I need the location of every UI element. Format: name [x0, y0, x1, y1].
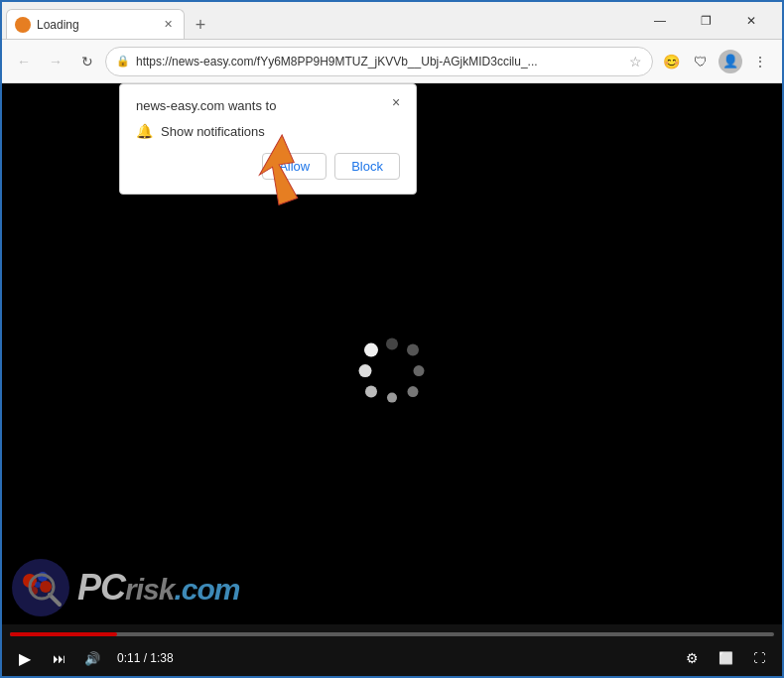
url-text: https://news-easy.com/fYy6M8PP9H9MTUZ_jK…	[136, 55, 623, 68]
spinner-container	[357, 336, 427, 409]
controls-row: ▶ ⏭ 🔊 0:11 / 1:38 ⚙ ⬜ ⛶	[10, 640, 774, 676]
popup-title: news-easy.com wants to	[136, 98, 296, 113]
progress-bar[interactable]	[10, 632, 774, 636]
svg-point-1	[386, 338, 398, 349]
svg-point-7	[359, 364, 372, 377]
profile-avatar: 👤	[719, 50, 742, 73]
block-button[interactable]: Block	[334, 153, 400, 180]
more-menu-button[interactable]: ⋮	[746, 48, 774, 75]
shield-icon-button[interactable]: 🛡	[687, 48, 715, 75]
tab-favicon	[15, 17, 31, 33]
new-tab-button[interactable]: +	[187, 11, 214, 39]
svg-point-5	[387, 392, 397, 402]
emoji-icon-button[interactable]: 😊	[657, 48, 685, 75]
navbar: ← → ↻ 🔒 https://news-easy.com/fYy6M8PP9H…	[2, 40, 782, 83]
window-controls: — ❐ ✕	[637, 6, 782, 36]
pcrisk-brand-text: PCrisk.com	[77, 570, 239, 606]
nav-right-icons: 😊 🛡 👤 ⋮	[657, 48, 774, 75]
popup-notification-text: Show notifications	[161, 124, 265, 139]
lock-icon: 🔒	[116, 55, 130, 68]
tab-label: Loading	[37, 18, 154, 32]
popup-buttons: Allow Block	[136, 153, 400, 180]
tab-area: Loading ✕ +	[2, 2, 637, 39]
miniplayer-button[interactable]: ⬜	[711, 643, 740, 673]
play-button[interactable]: ▶	[10, 643, 40, 673]
tab-close-button[interactable]: ✕	[160, 17, 176, 33]
video-controls: ▶ ⏭ 🔊 0:11 / 1:38 ⚙ ⬜ ⛶	[2, 624, 782, 676]
svg-point-3	[414, 365, 425, 376]
loading-spinner	[357, 336, 427, 405]
svg-point-2	[407, 343, 419, 355]
fullscreen-button[interactable]: ⛶	[744, 643, 774, 673]
allow-button[interactable]: Allow	[262, 153, 327, 180]
minimize-button[interactable]: —	[637, 6, 683, 36]
forward-button[interactable]: →	[42, 48, 69, 75]
active-tab[interactable]: Loading ✕	[6, 9, 185, 39]
svg-point-4	[408, 386, 419, 397]
profile-button[interactable]: 👤	[717, 48, 744, 75]
bookmark-icon[interactable]: ☆	[629, 54, 642, 69]
volume-button[interactable]: 🔊	[77, 643, 107, 673]
bell-icon: 🔔	[136, 123, 153, 139]
watermark: PCrisk.com	[12, 559, 239, 616]
svg-point-6	[365, 385, 377, 397]
time-display: 0:11 / 1:38	[117, 651, 174, 665]
browser-window: Loading ✕ + — ❐ ✕ ← → ↻ 🔒 https://news-e…	[0, 0, 784, 678]
pcrisk-logo	[12, 559, 69, 616]
reload-button[interactable]: ↻	[73, 48, 101, 75]
content-area: news-easy.com wants to × 🔔 Show notifica…	[2, 83, 782, 676]
popup-header: news-easy.com wants to ×	[136, 98, 400, 113]
next-button[interactable]: ⏭	[44, 643, 73, 673]
svg-point-8	[364, 342, 378, 356]
progress-bar-fill	[10, 632, 117, 636]
notification-popup: news-easy.com wants to × 🔔 Show notifica…	[119, 83, 417, 195]
svg-point-13	[40, 581, 52, 593]
popup-notification-row: 🔔 Show notifications	[136, 123, 400, 139]
close-button[interactable]: ✕	[728, 6, 774, 36]
address-bar[interactable]: 🔒 https://news-easy.com/fYy6M8PP9H9MTUZ_…	[105, 47, 653, 76]
popup-close-button[interactable]: ×	[386, 92, 406, 112]
svg-point-14	[35, 582, 41, 588]
titlebar: Loading ✕ + — ❐ ✕	[2, 2, 782, 40]
back-button[interactable]: ←	[10, 48, 38, 75]
restore-button[interactable]: ❐	[683, 6, 728, 36]
settings-button[interactable]: ⚙	[677, 643, 707, 673]
